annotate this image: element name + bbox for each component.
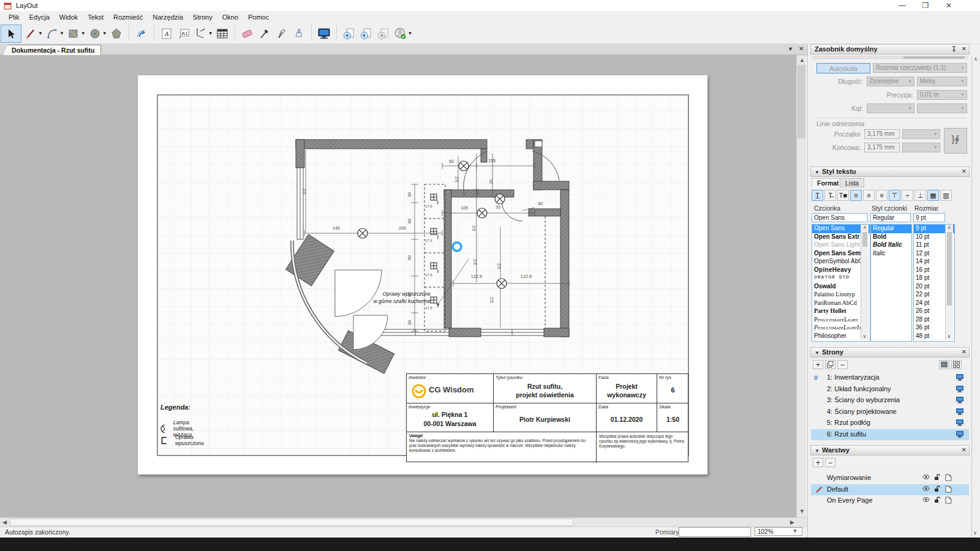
- start-value-input[interactable]: 3,175 mm: [864, 129, 900, 139]
- start-style-select[interactable]: ▼: [902, 129, 940, 139]
- style-option-1[interactable]: Bold: [871, 233, 911, 242]
- end-style-select[interactable]: ▼: [902, 143, 940, 152]
- align-center-icon[interactable]: ≡: [863, 190, 875, 201]
- layer-visibility-icon[interactable]: [922, 497, 930, 504]
- pages-header[interactable]: ▼Strony ✕: [810, 347, 970, 358]
- glue-tool[interactable]: [291, 26, 307, 42]
- text-tool[interactable]: A: [159, 26, 175, 42]
- menu-rozmieść[interactable]: Rozmieść: [108, 12, 148, 22]
- label-tool[interactable]: A1: [176, 26, 192, 42]
- vertical-scroll-thumb[interactable]: [797, 65, 805, 138]
- tab-close-icon[interactable]: ✕: [799, 45, 804, 52]
- eraser-tool[interactable]: [239, 26, 255, 42]
- close-button[interactable]: ✕: [940, 1, 958, 10]
- dimension-tool-caret[interactable]: ▼: [208, 31, 213, 36]
- tray-close-icon[interactable]: ✕: [962, 45, 967, 52]
- align-left-icon[interactable]: ≡: [850, 190, 862, 201]
- valign-top-icon[interactable]: ⊤: [889, 190, 900, 201]
- menu-okno[interactable]: Okno: [217, 12, 243, 22]
- style-option-2[interactable]: Bold Italic: [871, 241, 911, 250]
- page-item-3[interactable]: 3: Ściany do wyburzenia: [811, 395, 969, 407]
- text-color-icon[interactable]: T■: [837, 190, 849, 201]
- duplicate-page-button[interactable]: [825, 360, 835, 369]
- layer-lock-icon[interactable]: [933, 485, 941, 493]
- remove-page-button[interactable]: −: [837, 360, 848, 369]
- font-style-input[interactable]: Regular: [870, 213, 911, 222]
- account-caret[interactable]: ▼: [408, 31, 413, 36]
- add-page-list-button[interactable]: +: [813, 360, 823, 369]
- rectangle-tool-caret[interactable]: ▼: [81, 31, 86, 36]
- page-item-1[interactable]: 1: Inwentaryzacja: [811, 372, 969, 384]
- layer-share-icon[interactable]: [944, 474, 952, 481]
- layer-item-on-every-page[interactable]: On Every Page: [811, 495, 969, 507]
- angle-precision-select[interactable]: ▼: [917, 103, 967, 113]
- layer-share-icon[interactable]: [944, 497, 952, 504]
- paper-sheet[interactable]: Oprawy wpuszczone w górne szafki kuchenn…: [138, 75, 707, 474]
- menu-strony[interactable]: Strony: [188, 12, 217, 22]
- font-input[interactable]: Open Sans: [812, 213, 868, 222]
- page-presentation-icon[interactable]: [956, 396, 964, 403]
- page-item-4[interactable]: 4: Ściany projektowane: [811, 407, 969, 418]
- length-format-select[interactable]: Dziesiętne▼: [867, 77, 914, 86]
- valign-bottom-icon[interactable]: ⊥: [914, 190, 926, 201]
- page-presentation-icon[interactable]: [956, 385, 964, 392]
- angle-format-select[interactable]: ▼: [867, 103, 914, 113]
- offset-tool[interactable]: [134, 26, 149, 42]
- page-item-5[interactable]: 5: Rzut podłóg: [811, 418, 969, 429]
- font-style-list[interactable]: RegularBoldBold ItalicItalic: [870, 224, 912, 342]
- zoom-caret-icon[interactable]: ▼: [793, 528, 797, 534]
- dimension-tool[interactable]: [193, 26, 209, 42]
- menu-pomoc[interactable]: Pomoc: [243, 12, 274, 22]
- tray-top-scrollbar[interactable]: [812, 56, 968, 59]
- page-presentation-icon[interactable]: [956, 430, 964, 438]
- scale-select[interactable]: Rozmiar rzeczywisty (1:1)▼: [873, 63, 967, 73]
- arc-tool[interactable]: [44, 26, 60, 42]
- page-presentation-icon[interactable]: [956, 419, 964, 426]
- next-page-button[interactable]: [375, 26, 391, 42]
- horizontal-scroll-thumb[interactable]: [10, 519, 573, 526]
- layers-close-icon[interactable]: ✕: [962, 446, 967, 453]
- strike-icon[interactable]: T̶: [824, 190, 836, 201]
- account-button[interactable]: [393, 26, 409, 42]
- valign-center-icon[interactable]: ÷: [902, 190, 913, 201]
- autoscale-button[interactable]: Autoskala: [816, 63, 870, 73]
- pen-tool[interactable]: [274, 26, 290, 42]
- page-grid-view-button[interactable]: [951, 360, 962, 369]
- line-tool[interactable]: [23, 26, 39, 42]
- table-tool[interactable]: [214, 26, 230, 42]
- end-value-input[interactable]: 3,175 mm: [864, 143, 900, 152]
- previous-page-button[interactable]: [358, 26, 374, 42]
- reference-line-style-button[interactable]: }∮: [944, 128, 967, 154]
- minimize-button[interactable]: —: [893, 1, 911, 10]
- layers-header[interactable]: ▼Warstwy ✕: [810, 445, 970, 455]
- layer-item-default[interactable]: Default: [811, 484, 969, 496]
- menu-plik[interactable]: Plik: [4, 12, 24, 22]
- arc-tool-caret[interactable]: ▼: [59, 31, 64, 36]
- layer-share-icon[interactable]: [944, 485, 952, 493]
- precision-select[interactable]: 0,01 m▼: [917, 90, 967, 100]
- rectangle-tool[interactable]: [66, 26, 81, 42]
- page-presentation-icon[interactable]: [956, 408, 964, 415]
- length-unit-select[interactable]: Metry▼: [917, 77, 967, 86]
- restore-button[interactable]: ❐: [916, 1, 935, 10]
- page-item-2[interactable]: 2: Układ funkcjonalny: [811, 384, 969, 395]
- circle-tool[interactable]: [87, 26, 103, 42]
- style-option-0[interactable]: Regular: [871, 225, 911, 233]
- add-layer-button[interactable]: +: [813, 458, 823, 467]
- tray-header[interactable]: Zasobnik domyślny ✕: [810, 44, 970, 54]
- present-tool[interactable]: [316, 26, 332, 42]
- circle-tool-caret[interactable]: ▼: [102, 31, 107, 36]
- pages-close-icon[interactable]: ✕: [962, 348, 967, 355]
- style-option-3[interactable]: Italic: [871, 250, 911, 258]
- align-right-icon[interactable]: ≡: [876, 190, 888, 201]
- menu-narzędzia[interactable]: Narzędzia: [148, 12, 188, 22]
- tab-lista[interactable]: Lista: [840, 178, 864, 187]
- underline-icon[interactable]: T̲: [812, 190, 823, 201]
- anchor-left-icon[interactable]: ▦: [927, 190, 939, 201]
- drawing-canvas[interactable]: Oprawy wpuszczone w górne szafki kuchenn…: [0, 55, 796, 517]
- tray-scrollbar[interactable]: ∧∨: [971, 56, 979, 536]
- page-list-view-button[interactable]: [939, 360, 949, 369]
- layer-visibility-icon[interactable]: [922, 485, 930, 493]
- eyedropper-tool[interactable]: [257, 26, 273, 42]
- size-list-scrollbar[interactable]: ∧∨: [945, 225, 953, 340]
